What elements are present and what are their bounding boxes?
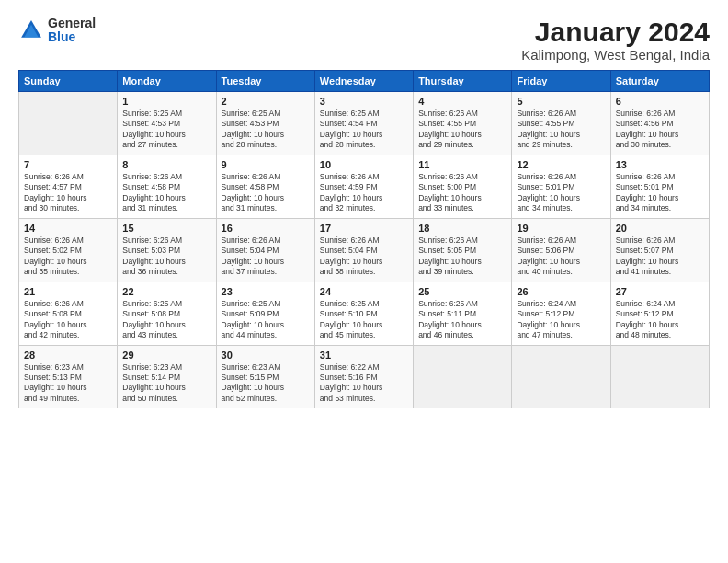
day-number: 3 bbox=[320, 96, 408, 107]
day-cell bbox=[512, 345, 610, 408]
day-number: 5 bbox=[517, 96, 605, 107]
day-cell bbox=[610, 345, 709, 408]
day-info: Sunrise: 6:26 AM Sunset: 5:08 PM Dayligh… bbox=[24, 299, 112, 341]
calendar-title: January 2024 bbox=[521, 17, 710, 47]
week-row-3: 14Sunrise: 6:26 AM Sunset: 5:02 PM Dayli… bbox=[19, 218, 710, 282]
logo-general-label: General bbox=[48, 17, 96, 30]
day-number: 29 bbox=[122, 350, 210, 361]
logo-icon bbox=[18, 17, 44, 43]
day-info: Sunrise: 6:25 AM Sunset: 5:10 PM Dayligh… bbox=[320, 299, 408, 341]
day-info: Sunrise: 6:26 AM Sunset: 5:01 PM Dayligh… bbox=[616, 172, 704, 214]
day-info: Sunrise: 6:24 AM Sunset: 5:12 PM Dayligh… bbox=[517, 299, 605, 341]
day-info: Sunrise: 6:25 AM Sunset: 4:53 PM Dayligh… bbox=[122, 109, 210, 151]
day-cell: 7Sunrise: 6:26 AM Sunset: 4:57 PM Daylig… bbox=[19, 155, 118, 218]
day-cell: 8Sunrise: 6:26 AM Sunset: 4:58 PM Daylig… bbox=[118, 155, 216, 218]
day-number: 1 bbox=[122, 96, 210, 107]
day-number: 16 bbox=[222, 223, 310, 234]
week-row-5: 28Sunrise: 6:23 AM Sunset: 5:13 PM Dayli… bbox=[19, 345, 710, 408]
header: General Blue January 2024 Kalimpong, Wes… bbox=[18, 17, 710, 63]
day-number: 24 bbox=[320, 286, 408, 297]
logo-blue-label: Blue bbox=[48, 30, 96, 44]
calendar-body: 1Sunrise: 6:25 AM Sunset: 4:53 PM Daylig… bbox=[19, 92, 710, 408]
day-info: Sunrise: 6:26 AM Sunset: 4:58 PM Dayligh… bbox=[222, 172, 310, 214]
col-monday: Monday bbox=[118, 71, 216, 92]
calendar-subtitle: Kalimpong, West Bengal, India bbox=[521, 47, 710, 63]
day-info: Sunrise: 6:23 AM Sunset: 5:15 PM Dayligh… bbox=[222, 362, 310, 405]
day-info: Sunrise: 6:26 AM Sunset: 5:04 PM Dayligh… bbox=[320, 236, 408, 278]
day-cell: 9Sunrise: 6:26 AM Sunset: 4:58 PM Daylig… bbox=[216, 155, 314, 218]
day-cell bbox=[414, 345, 512, 408]
day-number: 25 bbox=[418, 286, 506, 297]
day-cell: 18Sunrise: 6:26 AM Sunset: 5:05 PM Dayli… bbox=[414, 218, 512, 282]
calendar-table: Sunday Monday Tuesday Wednesday Thursday… bbox=[18, 70, 710, 408]
day-cell: 19Sunrise: 6:26 AM Sunset: 5:06 PM Dayli… bbox=[512, 218, 610, 282]
logo: General Blue bbox=[18, 17, 96, 45]
day-info: Sunrise: 6:24 AM Sunset: 5:12 PM Dayligh… bbox=[616, 299, 704, 341]
day-number: 19 bbox=[517, 223, 605, 234]
day-info: Sunrise: 6:26 AM Sunset: 4:59 PM Dayligh… bbox=[320, 172, 408, 214]
day-number: 14 bbox=[24, 223, 112, 234]
title-block: January 2024 Kalimpong, West Bengal, Ind… bbox=[521, 17, 710, 63]
day-number: 11 bbox=[418, 159, 506, 170]
week-row-4: 21Sunrise: 6:26 AM Sunset: 5:08 PM Dayli… bbox=[19, 282, 710, 345]
day-info: Sunrise: 6:26 AM Sunset: 5:01 PM Dayligh… bbox=[517, 172, 605, 214]
calendar-header: Sunday Monday Tuesday Wednesday Thursday… bbox=[19, 71, 710, 92]
day-info: Sunrise: 6:26 AM Sunset: 5:00 PM Dayligh… bbox=[418, 172, 506, 214]
day-cell: 11Sunrise: 6:26 AM Sunset: 5:00 PM Dayli… bbox=[414, 155, 512, 218]
day-info: Sunrise: 6:26 AM Sunset: 5:02 PM Dayligh… bbox=[24, 236, 112, 278]
day-number: 26 bbox=[517, 286, 605, 297]
day-info: Sunrise: 6:23 AM Sunset: 5:13 PM Dayligh… bbox=[24, 362, 112, 405]
day-cell: 3Sunrise: 6:25 AM Sunset: 4:54 PM Daylig… bbox=[314, 92, 413, 155]
day-number: 23 bbox=[222, 286, 310, 297]
col-sunday: Sunday bbox=[19, 71, 118, 92]
day-cell: 17Sunrise: 6:26 AM Sunset: 5:04 PM Dayli… bbox=[314, 218, 413, 282]
day-cell: 5Sunrise: 6:26 AM Sunset: 4:55 PM Daylig… bbox=[512, 92, 610, 155]
day-cell: 22Sunrise: 6:25 AM Sunset: 5:08 PM Dayli… bbox=[118, 282, 216, 345]
day-cell: 10Sunrise: 6:26 AM Sunset: 4:59 PM Dayli… bbox=[314, 155, 413, 218]
day-number: 17 bbox=[320, 223, 408, 234]
day-info: Sunrise: 6:25 AM Sunset: 4:53 PM Dayligh… bbox=[222, 109, 310, 151]
day-number: 22 bbox=[122, 286, 210, 297]
day-number: 2 bbox=[222, 96, 310, 107]
day-cell: 24Sunrise: 6:25 AM Sunset: 5:10 PM Dayli… bbox=[314, 282, 413, 345]
day-cell: 30Sunrise: 6:23 AM Sunset: 5:15 PM Dayli… bbox=[216, 345, 314, 408]
day-info: Sunrise: 6:26 AM Sunset: 4:56 PM Dayligh… bbox=[616, 109, 704, 151]
day-cell: 28Sunrise: 6:23 AM Sunset: 5:13 PM Dayli… bbox=[19, 345, 118, 408]
logo-text: General Blue bbox=[48, 17, 96, 45]
day-cell: 29Sunrise: 6:23 AM Sunset: 5:14 PM Dayli… bbox=[118, 345, 216, 408]
day-cell: 16Sunrise: 6:26 AM Sunset: 5:04 PM Dayli… bbox=[216, 218, 314, 282]
day-number: 10 bbox=[320, 159, 408, 170]
day-cell: 23Sunrise: 6:25 AM Sunset: 5:09 PM Dayli… bbox=[216, 282, 314, 345]
day-number: 8 bbox=[122, 159, 210, 170]
day-number: 6 bbox=[616, 96, 704, 107]
day-cell: 25Sunrise: 6:25 AM Sunset: 5:11 PM Dayli… bbox=[414, 282, 512, 345]
day-info: Sunrise: 6:22 AM Sunset: 5:16 PM Dayligh… bbox=[320, 362, 408, 405]
day-info: Sunrise: 6:26 AM Sunset: 5:05 PM Dayligh… bbox=[418, 236, 506, 278]
header-row: Sunday Monday Tuesday Wednesday Thursday… bbox=[19, 71, 710, 92]
col-tuesday: Tuesday bbox=[216, 71, 314, 92]
day-cell: 13Sunrise: 6:26 AM Sunset: 5:01 PM Dayli… bbox=[610, 155, 709, 218]
day-info: Sunrise: 6:25 AM Sunset: 5:11 PM Dayligh… bbox=[418, 299, 506, 341]
day-number: 21 bbox=[24, 286, 112, 297]
day-number: 4 bbox=[418, 96, 506, 107]
day-cell: 14Sunrise: 6:26 AM Sunset: 5:02 PM Dayli… bbox=[19, 218, 118, 282]
col-thursday: Thursday bbox=[414, 71, 512, 92]
day-number: 28 bbox=[24, 350, 112, 361]
day-number: 9 bbox=[222, 159, 310, 170]
day-cell: 27Sunrise: 6:24 AM Sunset: 5:12 PM Dayli… bbox=[610, 282, 709, 345]
day-cell bbox=[19, 92, 118, 155]
day-number: 18 bbox=[418, 223, 506, 234]
day-cell: 15Sunrise: 6:26 AM Sunset: 5:03 PM Dayli… bbox=[118, 218, 216, 282]
col-saturday: Saturday bbox=[610, 71, 709, 92]
col-friday: Friday bbox=[512, 71, 610, 92]
day-info: Sunrise: 6:25 AM Sunset: 4:54 PM Dayligh… bbox=[320, 109, 408, 151]
day-number: 12 bbox=[517, 159, 605, 170]
day-cell: 26Sunrise: 6:24 AM Sunset: 5:12 PM Dayli… bbox=[512, 282, 610, 345]
day-info: Sunrise: 6:26 AM Sunset: 4:55 PM Dayligh… bbox=[418, 109, 506, 151]
day-info: Sunrise: 6:26 AM Sunset: 4:57 PM Dayligh… bbox=[24, 172, 112, 214]
col-wednesday: Wednesday bbox=[314, 71, 413, 92]
day-cell: 2Sunrise: 6:25 AM Sunset: 4:53 PM Daylig… bbox=[216, 92, 314, 155]
day-number: 31 bbox=[320, 350, 408, 361]
day-number: 27 bbox=[616, 286, 704, 297]
day-cell: 31Sunrise: 6:22 AM Sunset: 5:16 PM Dayli… bbox=[314, 345, 413, 408]
